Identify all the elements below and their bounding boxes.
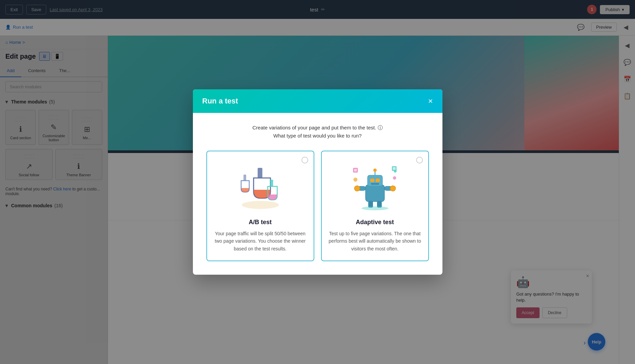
modal-overlay[interactable]: Run a test × Create variations of your p… xyxy=(0,0,635,364)
adaptive-test-radio[interactable] xyxy=(416,157,423,163)
adaptive-test-image xyxy=(348,159,402,213)
ab-test-image xyxy=(233,159,287,213)
svg-rect-7 xyxy=(376,179,380,182)
adaptive-test-card[interactable]: Adaptive test Test up to five page varia… xyxy=(321,151,429,261)
ab-test-svg xyxy=(233,161,287,212)
ab-test-card[interactable]: A/B test Your page traffic will be split… xyxy=(206,151,314,261)
ab-test-radio[interactable] xyxy=(301,157,308,163)
svg-point-24 xyxy=(394,170,397,173)
svg-rect-1 xyxy=(258,168,262,178)
adaptive-test-title: Adaptive test xyxy=(356,219,394,226)
modal-info-icon: ⓘ xyxy=(378,125,383,130)
adaptive-test-svg xyxy=(348,161,402,212)
svg-rect-4 xyxy=(366,185,384,202)
adaptive-test-description: Test up to five page variations. The one… xyxy=(328,230,422,252)
svg-point-22 xyxy=(353,178,357,182)
svg-point-14 xyxy=(390,186,396,191)
svg-rect-6 xyxy=(370,179,374,182)
svg-rect-3 xyxy=(270,180,273,186)
ab-test-description: Your page traffic will be split 50/50 be… xyxy=(214,230,307,252)
test-cards-container: A/B test Your page traffic will be split… xyxy=(206,151,429,261)
modal-close-button[interactable]: × xyxy=(428,97,433,105)
modal-title: Run a test xyxy=(202,97,238,105)
modal-header: Run a test × xyxy=(193,89,442,113)
run-test-modal: Run a test × Create variations of your p… xyxy=(193,89,442,275)
svg-rect-2 xyxy=(243,175,246,181)
svg-rect-19 xyxy=(354,169,357,172)
svg-point-12 xyxy=(354,186,360,191)
modal-body: Create variations of your page and put t… xyxy=(193,113,442,275)
svg-point-10 xyxy=(373,169,377,172)
svg-point-17 xyxy=(362,206,388,210)
modal-subtitle: Create variations of your page and put t… xyxy=(206,124,429,140)
svg-point-23 xyxy=(393,176,396,180)
svg-rect-21 xyxy=(393,167,396,170)
ab-test-title: A/B test xyxy=(249,219,271,226)
svg-point-0 xyxy=(242,201,279,209)
svg-rect-8 xyxy=(371,183,379,185)
